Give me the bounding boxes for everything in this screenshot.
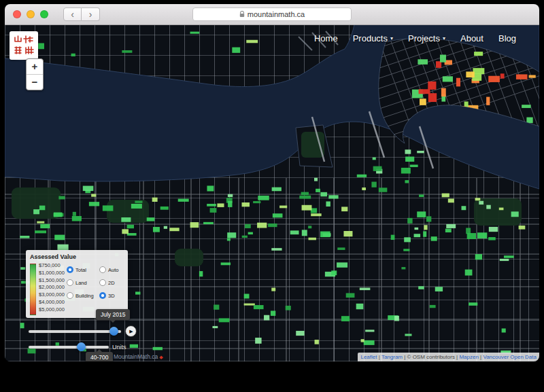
parcel[interactable] xyxy=(301,192,309,195)
address-bar[interactable]: mountainmath.ca xyxy=(192,7,352,21)
parcel[interactable] xyxy=(328,195,338,198)
zoom-in-button[interactable]: + xyxy=(27,59,43,75)
parcel[interactable] xyxy=(419,194,424,197)
parcel[interactable] xyxy=(178,199,189,202)
parcel[interactable] xyxy=(244,294,250,299)
parcel[interactable] xyxy=(316,189,320,192)
parcel[interactable] xyxy=(212,326,218,328)
parcel[interactable] xyxy=(279,206,287,209)
parcel[interactable] xyxy=(357,175,367,177)
parcel[interactable] xyxy=(341,207,347,211)
parcel[interactable] xyxy=(475,254,482,260)
parcel[interactable] xyxy=(152,198,158,202)
parcel[interactable] xyxy=(404,237,411,242)
parcel[interactable] xyxy=(190,32,200,34)
parcel[interactable] xyxy=(502,328,506,332)
parcel[interactable] xyxy=(273,213,283,217)
downtown-building[interactable] xyxy=(522,105,530,108)
forward-button[interactable]: › xyxy=(82,7,100,21)
parcel[interactable] xyxy=(244,304,255,306)
parcel[interactable] xyxy=(246,40,258,43)
parcel[interactable] xyxy=(308,226,311,228)
downtown-building[interactable] xyxy=(474,52,483,56)
attribution-link[interactable]: Mapzen xyxy=(459,354,478,360)
parcel[interactable] xyxy=(346,293,355,298)
parcel[interactable] xyxy=(122,229,129,234)
parcel[interactable] xyxy=(257,223,267,228)
parcel[interactable] xyxy=(131,204,142,209)
parcel[interactable] xyxy=(356,304,364,309)
date-slider-track[interactable] xyxy=(29,330,121,333)
nav-item-projects[interactable]: Projects ▾ xyxy=(408,33,445,43)
parcel[interactable] xyxy=(401,168,411,174)
parcel[interactable] xyxy=(58,196,65,200)
downtown-building[interactable] xyxy=(473,68,484,74)
parcel[interactable] xyxy=(38,43,44,49)
parcel[interactable] xyxy=(414,228,418,230)
parcel[interactable] xyxy=(426,216,431,221)
parcel[interactable] xyxy=(424,225,427,230)
radio-auto[interactable]: Auto xyxy=(99,266,118,273)
downtown-building[interactable] xyxy=(441,88,446,96)
parcel[interactable] xyxy=(364,340,375,345)
play-button[interactable]: ▶ xyxy=(125,325,137,337)
parcel[interactable] xyxy=(245,224,251,228)
zoom-out-button[interactable]: − xyxy=(27,75,43,90)
attribution-link[interactable]: Tangram xyxy=(381,354,403,360)
parcel[interactable] xyxy=(466,228,471,234)
downtown-building[interactable] xyxy=(418,59,428,65)
parcel[interactable] xyxy=(127,225,134,228)
parcel[interactable] xyxy=(465,270,473,276)
downtown-building[interactable] xyxy=(488,76,500,82)
parcel[interactable] xyxy=(20,236,29,238)
parcel[interactable] xyxy=(103,205,114,211)
parcel[interactable] xyxy=(268,224,277,227)
parcel[interactable] xyxy=(379,188,388,192)
parcel[interactable] xyxy=(264,315,269,321)
parcel[interactable] xyxy=(72,216,82,221)
parcel[interactable] xyxy=(360,287,371,290)
parcel[interactable] xyxy=(331,270,337,275)
parcel[interactable] xyxy=(254,305,264,309)
parcel[interactable] xyxy=(242,202,250,207)
parcel[interactable] xyxy=(326,201,330,207)
maximize-button[interactable] xyxy=(40,10,48,18)
parcel[interactable] xyxy=(164,226,167,229)
parcel[interactable] xyxy=(135,291,140,294)
parcel[interactable] xyxy=(499,208,504,211)
parcel[interactable] xyxy=(315,340,319,344)
parcel[interactable] xyxy=(373,166,382,171)
back-button[interactable]: ‹ xyxy=(63,7,82,21)
parcel[interactable] xyxy=(299,196,311,199)
parcel[interactable] xyxy=(337,262,347,267)
parcel[interactable] xyxy=(130,344,138,348)
parcel[interactable] xyxy=(371,182,376,188)
parcel[interactable] xyxy=(33,209,39,214)
parcel[interactable] xyxy=(232,48,240,53)
parcel[interactable] xyxy=(417,151,424,153)
parcel[interactable] xyxy=(418,286,424,289)
radio-total[interactable]: Total xyxy=(67,266,86,273)
downtown-building[interactable] xyxy=(486,97,490,105)
parcel[interactable] xyxy=(373,158,376,160)
parcel[interactable] xyxy=(39,206,45,211)
radio-land[interactable]: Land xyxy=(67,279,87,286)
parcel[interactable] xyxy=(302,230,307,236)
radio-building[interactable]: Building xyxy=(67,292,94,299)
parcel[interactable] xyxy=(207,204,216,207)
parcel[interactable] xyxy=(286,306,291,310)
parcel[interactable] xyxy=(210,208,217,213)
parcel[interactable] xyxy=(83,186,94,192)
downtown-building[interactable] xyxy=(420,99,426,105)
parcel[interactable] xyxy=(121,217,131,222)
parcel[interactable] xyxy=(54,213,63,217)
parcel[interactable] xyxy=(442,194,449,198)
parcel[interactable] xyxy=(227,232,236,238)
parcel[interactable] xyxy=(242,236,248,238)
parcel[interactable] xyxy=(258,196,269,200)
parcel[interactable] xyxy=(488,237,496,240)
parcel[interactable] xyxy=(475,198,481,200)
downtown-building[interactable] xyxy=(456,78,460,87)
parcel[interactable] xyxy=(511,211,519,217)
parcel[interactable] xyxy=(504,255,514,258)
